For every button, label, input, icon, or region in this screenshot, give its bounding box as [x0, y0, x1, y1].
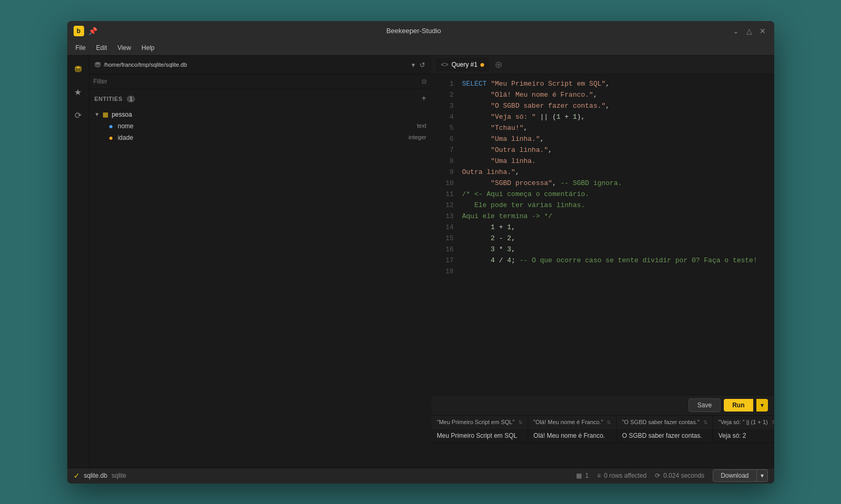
app-logo: b: [74, 26, 84, 36]
code-line-7: 7 "Outra linha.",: [432, 145, 774, 156]
field-idade-dot: [109, 137, 112, 140]
field-idade: idade integer: [109, 131, 427, 143]
code-line-17: 17 4 / 4; -- O que ocorre caso se tente …: [432, 255, 774, 266]
query-tab-label: Query #1: [452, 61, 477, 68]
entities-header: ENTITIES 1 +: [89, 89, 432, 107]
menu-view[interactable]: View: [114, 43, 136, 53]
cell-0-1: Olá! Meu nome é Franco.: [528, 428, 617, 443]
run-button[interactable]: Run: [724, 399, 753, 412]
status-db-name: sqlite.db: [84, 472, 108, 479]
filter-icon: ⚙: [421, 78, 427, 86]
editor-toolbar: Save Run ▾: [432, 395, 774, 415]
status-left: ✓ sqlite.db sqlite: [74, 471, 127, 480]
status-check-icon: ✓: [74, 471, 80, 480]
sort-icon-2: ⇅: [703, 419, 707, 425]
status-right: ▦ 1 ≡ 0 rows affected ⟳ 0.024 seconds Do…: [576, 469, 767, 482]
minimize-button[interactable]: ⌄: [731, 26, 741, 36]
field-idade-type: integer: [408, 134, 426, 140]
window-title: Beekeeper-Studio: [101, 27, 726, 35]
code-editor[interactable]: 1 SELECT "Meu Primeiro Script em SQL", 2…: [432, 75, 774, 395]
database-icon[interactable]: ⛃: [70, 62, 85, 77]
menu-help[interactable]: Help: [137, 43, 159, 53]
download-dropdown-button[interactable]: ▾: [757, 469, 768, 482]
col-header-2[interactable]: "O SGBD saber fazer contas." ⇅: [617, 416, 713, 429]
statusbar: ✓ sqlite.db sqlite ▦ 1 ≡ 0 rows affected…: [67, 468, 774, 484]
menu-file[interactable]: File: [71, 43, 90, 53]
db-refresh-button[interactable]: ↺: [418, 60, 426, 70]
code-line-1: 1 SELECT "Meu Primeiro Script em SQL",: [432, 79, 774, 90]
rows-icon: ≡: [597, 472, 601, 479]
code-line-3: 3 "O SGBD saber fazer contas.",: [432, 101, 774, 112]
field-nome-left: nome: [109, 121, 134, 130]
query-tab-icon: <>: [441, 61, 448, 68]
expand-icon: ▼: [95, 111, 100, 117]
run-dropdown-button[interactable]: ▾: [756, 399, 768, 412]
cell-0-3: Veja só: 2: [713, 428, 774, 443]
field-idade-name: idade: [118, 134, 133, 141]
menubar: File Edit View Help: [67, 41, 774, 56]
query-tab-1[interactable]: <> Query #1: [436, 58, 489, 71]
results-table: "Meu Primeiro Script em SQL" ⇅ "Olá! Meu…: [432, 416, 774, 443]
menu-edit[interactable]: Edit: [92, 43, 111, 53]
add-entity-button[interactable]: +: [422, 94, 426, 103]
main-content: ⛃ ★ ⟳ ⛃ /home/franco/tmp/sqlite/sqlite.d…: [67, 56, 774, 468]
db-icon: ⛃: [95, 60, 101, 69]
editor-wrapper: <> Query #1 ⊕ 1 SELECT "Meu Primeiro Scr…: [432, 56, 774, 468]
code-line-14: 14 1 + 1,: [432, 222, 774, 233]
history-icon[interactable]: ⟳: [70, 108, 85, 123]
col-header-3[interactable]: "Veja só: " || (1 + 1) ⇅: [713, 416, 774, 429]
code-line-5: 5 "Tchau!",: [432, 123, 774, 134]
db-dropdown-button[interactable]: ▾: [411, 60, 416, 70]
add-tab-button[interactable]: ⊕: [493, 59, 505, 70]
field-idade-left: idade: [109, 132, 134, 142]
db-path: /home/franco/tmp/sqlite/sqlite.db: [104, 61, 408, 68]
sidebar-panel: ⛃ /home/franco/tmp/sqlite/sqlite.db ▾ ↺ …: [89, 56, 432, 468]
entity-fields: nome text idade integer: [95, 120, 427, 143]
tab-modified-dot: [480, 63, 484, 67]
close-button[interactable]: ✕: [757, 26, 768, 36]
sort-icon-1: ⇅: [607, 419, 611, 425]
time-info: ⟳ 0.024 seconds: [655, 472, 704, 479]
window-controls: ⌄ △ ✕: [731, 26, 768, 36]
col-header-0[interactable]: "Meu Primeiro Script em SQL" ⇅: [432, 416, 528, 429]
page-icon: ▦: [576, 472, 582, 479]
table-row: Meu Primeiro Script em SQL Olá! Meu nome…: [432, 428, 774, 443]
time-icon: ⟳: [655, 472, 660, 479]
field-nome-name: nome: [118, 122, 134, 130]
code-line-4: 4 "Veja só: " || (1 + 1),: [432, 112, 774, 123]
entity-name-row[interactable]: ▼ ▦ pessoa: [95, 109, 427, 120]
sort-icon-0: ⇅: [518, 419, 522, 425]
app-window: b 📌 Beekeeper-Studio ⌄ △ ✕ File Edit Vie…: [67, 21, 774, 484]
entities-label: ENTITIES: [95, 96, 123, 102]
code-line-10: 10 "SGBD processa", -- SGBD ignora.: [432, 178, 774, 189]
db-actions: ▾ ↺: [411, 60, 426, 70]
filter-input[interactable]: [94, 78, 422, 85]
entities-label-group: ENTITIES 1: [95, 94, 136, 103]
entity-pessoa: ▼ ▦ pessoa nome text: [89, 107, 432, 145]
status-db-type: sqlite: [111, 472, 126, 479]
download-group: Download ▾: [713, 469, 767, 482]
maximize-button[interactable]: △: [744, 26, 754, 36]
favorites-icon[interactable]: ★: [70, 85, 85, 100]
code-line-2: 2 "Olá! Meu nome é Franco.",: [432, 90, 774, 101]
save-button[interactable]: Save: [689, 398, 721, 412]
sort-icon-3: ⇅: [772, 419, 774, 425]
sidebar-icon-rail: ⛃ ★ ⟳: [67, 56, 89, 468]
code-line-12: 12 Ele pode ter várias linhas.: [432, 200, 774, 211]
download-button[interactable]: Download: [713, 469, 756, 482]
entity-name: pessoa: [111, 111, 132, 118]
field-nome-type: text: [417, 122, 426, 129]
code-line-6: 6 "Uma linha.",: [432, 134, 774, 145]
entities-count: 1: [127, 96, 135, 102]
code-line-8: 8 "Uma linha.: [432, 156, 774, 167]
rows-info: ≡ 0 rows affected: [597, 472, 647, 479]
code-line-13: 13 Aqui ele termina -> */: [432, 211, 774, 222]
table-icon: ▦: [102, 111, 108, 118]
cell-0-0: Meu Primeiro Script em SQL: [432, 428, 528, 443]
filter-row: ⚙: [89, 75, 432, 89]
col-header-1[interactable]: "Olá! Meu nome é Franco." ⇅: [528, 416, 617, 429]
code-line-11: 11 /* <- Aqui começa o comentário.: [432, 189, 774, 200]
code-line-9: 9 Outra linha.",: [432, 167, 774, 178]
results-area: "Meu Primeiro Script em SQL" ⇅ "Olá! Meu…: [432, 415, 774, 468]
field-nome: nome text: [109, 120, 427, 131]
